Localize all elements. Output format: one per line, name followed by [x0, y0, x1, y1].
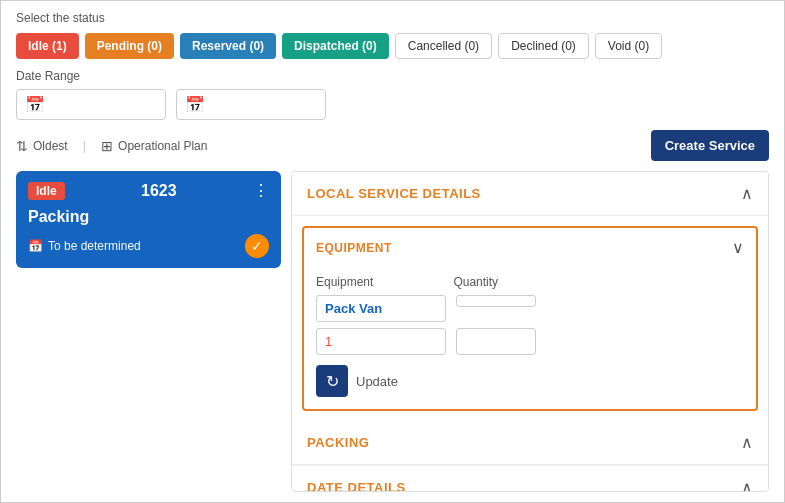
- left-panel: Idle 1623 ⋮ Packing 📅 To be determined ✓: [16, 171, 281, 492]
- equipment-section: EQUIPMENT ∨ Equipment Quantity Pack Van: [302, 226, 758, 411]
- card-number: 1623: [141, 182, 177, 200]
- packing-title: PACKING: [307, 435, 369, 450]
- date-range-row: 📅 📅: [16, 89, 769, 120]
- equipment-value[interactable]: 1: [316, 328, 446, 355]
- service-card[interactable]: Idle 1623 ⋮ Packing 📅 To be determined ✓: [16, 171, 281, 268]
- date-details-title: DATE DETAILS: [307, 480, 406, 492]
- status-btn-idle[interactable]: Idle (1): [16, 33, 79, 59]
- right-panel: LOCAL SERVICE DETAILS ∧ EQUIPMENT ∨ Equi…: [291, 171, 769, 492]
- equipment-chevron[interactable]: ∨: [732, 238, 744, 257]
- idle-badge: Idle: [28, 182, 65, 200]
- equipment-qty-field[interactable]: [456, 295, 536, 307]
- status-label: Select the status: [16, 11, 769, 25]
- status-btn-cancelled[interactable]: Cancelled (0): [395, 33, 492, 59]
- eq-fields-row: Pack Van: [316, 295, 744, 322]
- card-date: 📅 To be determined: [28, 239, 141, 253]
- update-icon-button[interactable]: ↻: [316, 365, 348, 397]
- calendar-icon-card: 📅: [28, 239, 43, 253]
- eq-col-headers: Equipment Quantity: [316, 275, 744, 289]
- date-details-section: DATE DETAILS ∧: [292, 466, 768, 492]
- status-btn-declined[interactable]: Declined (0): [498, 33, 589, 59]
- update-row: ↻ Update: [316, 365, 744, 397]
- date-details-chevron[interactable]: ∧: [741, 478, 753, 492]
- sort-icon: ⇅: [16, 138, 28, 154]
- card-footer: 📅 To be determined ✓: [28, 234, 269, 258]
- calendar-icon-end: 📅: [185, 95, 205, 114]
- packing-section: PACKING ∧: [292, 421, 768, 466]
- equipment-title: EQUIPMENT: [316, 241, 392, 255]
- eq-col-equipment: Equipment: [316, 275, 373, 289]
- date-range-label: Date Range: [16, 69, 769, 83]
- filter-left: ⇅ Oldest | ⊞ Operational Plan: [16, 138, 207, 154]
- date-end-input[interactable]: 📅: [176, 89, 326, 120]
- oldest-label: Oldest: [33, 139, 68, 153]
- eq-col-quantity: Quantity: [453, 275, 498, 289]
- card-header: Idle 1623 ⋮: [28, 181, 269, 200]
- operational-plan-filter[interactable]: ⊞ Operational Plan: [101, 138, 207, 154]
- oldest-filter[interactable]: ⇅ Oldest: [16, 138, 68, 154]
- update-label[interactable]: Update: [356, 374, 398, 389]
- check-circle: ✓: [245, 234, 269, 258]
- local-service-header: LOCAL SERVICE DETAILS ∧: [292, 172, 768, 216]
- grid-icon: ⊞: [101, 138, 113, 154]
- status-btn-pending[interactable]: Pending (0): [85, 33, 174, 59]
- equipment-name-field[interactable]: Pack Van: [316, 295, 446, 322]
- main-container: Select the status Idle (1) Pending (0) R…: [0, 0, 785, 503]
- date-details-header: DATE DETAILS ∧: [292, 466, 768, 492]
- create-service-button[interactable]: Create Service: [651, 130, 769, 161]
- filter-row: ⇅ Oldest | ⊞ Operational Plan Create Ser…: [16, 130, 769, 161]
- status-buttons: Idle (1) Pending (0) Reserved (0) Dispat…: [16, 33, 769, 59]
- packing-chevron[interactable]: ∧: [741, 433, 753, 452]
- equipment-header: EQUIPMENT ∨: [304, 228, 756, 267]
- local-service-title: LOCAL SERVICE DETAILS: [307, 186, 481, 201]
- status-btn-reserved[interactable]: Reserved (0): [180, 33, 276, 59]
- content-area: Idle 1623 ⋮ Packing 📅 To be determined ✓…: [16, 171, 769, 492]
- local-service-chevron[interactable]: ∧: [741, 184, 753, 203]
- eq-value-row: 1: [316, 328, 744, 355]
- card-date-label: To be determined: [48, 239, 141, 253]
- operational-plan-label: Operational Plan: [118, 139, 207, 153]
- status-btn-dispatched[interactable]: Dispatched (0): [282, 33, 389, 59]
- status-btn-void[interactable]: Void (0): [595, 33, 662, 59]
- equipment-qty-value[interactable]: [456, 328, 536, 355]
- equipment-table: Equipment Quantity Pack Van 1: [304, 267, 756, 409]
- date-start-input[interactable]: 📅: [16, 89, 166, 120]
- card-more-options[interactable]: ⋮: [253, 181, 269, 200]
- packing-header: PACKING ∧: [292, 421, 768, 465]
- filter-divider: |: [83, 138, 86, 153]
- calendar-icon-start: 📅: [25, 95, 45, 114]
- card-title: Packing: [28, 208, 269, 226]
